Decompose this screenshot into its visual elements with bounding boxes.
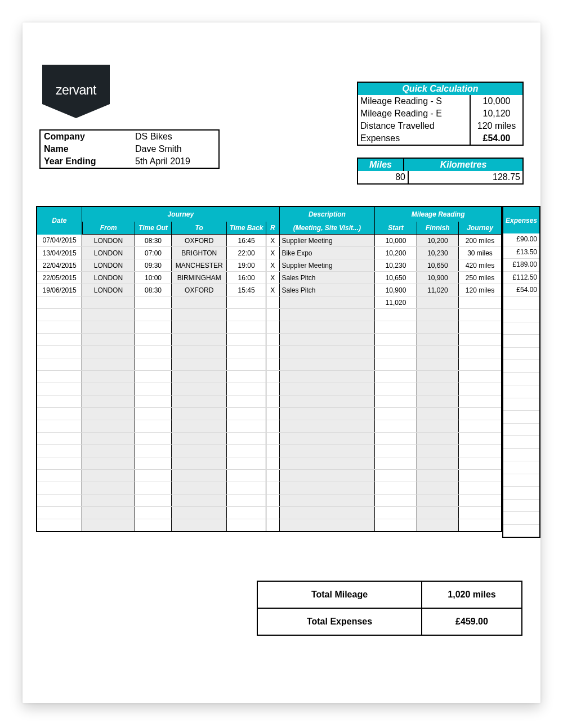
table-cell	[458, 420, 502, 433]
table-cell	[227, 507, 266, 519]
table-cell	[458, 334, 502, 346]
table-cell: X	[266, 235, 279, 247]
table-cell	[172, 470, 227, 482]
table-cell: 08:30	[135, 284, 172, 296]
table-row	[37, 346, 502, 358]
table-cell	[266, 334, 279, 346]
table-cell	[266, 346, 279, 358]
table-cell	[279, 495, 375, 507]
table-cell	[375, 420, 417, 433]
table-cell: 19/06/2015	[37, 284, 82, 296]
table-cell	[82, 507, 135, 519]
table-row	[37, 482, 502, 495]
table-cell: 07/04/2015	[37, 235, 82, 247]
expense-cell: .	[503, 500, 539, 513]
table-cell	[458, 519, 502, 532]
table-cell: 10:00	[135, 272, 172, 284]
table-cell: 10,650	[417, 259, 458, 272]
table-cell	[266, 507, 279, 519]
table-cell	[417, 334, 458, 346]
col-finnish: Finnish	[417, 222, 458, 235]
table-cell	[172, 383, 227, 396]
expense-cell: .	[503, 474, 539, 487]
expense-cell: £54.00	[503, 284, 539, 297]
table-cell	[172, 408, 227, 420]
table-cell	[458, 321, 502, 334]
table-cell: 420 miles	[458, 259, 502, 272]
table-cell	[227, 346, 266, 358]
table-row: 22/05/2015LONDON10:00BIRMINGHAM16:00XSal…	[37, 272, 502, 284]
kilometres-header: Kilometres	[403, 159, 522, 171]
journey-table: Date Journey Description Mileage Reading…	[36, 206, 502, 532]
expense-cell: .	[503, 398, 539, 411]
table-cell	[37, 309, 82, 321]
table-cell	[266, 296, 279, 309]
table-cell	[135, 519, 172, 532]
table-cell	[375, 371, 417, 383]
table-cell	[375, 507, 417, 519]
table-cell: MANCHESTER	[172, 259, 227, 272]
table-cell	[135, 408, 172, 420]
table-cell	[266, 433, 279, 445]
table-row: 07/04/2015LONDON08:30OXFORD16:45XSupplie…	[37, 235, 502, 247]
table-cell	[82, 482, 135, 495]
table-cell	[458, 358, 502, 371]
table-cell	[37, 457, 82, 470]
table-cell: 11,020	[417, 284, 458, 296]
table-cell	[172, 445, 227, 457]
table-cell: X	[266, 284, 279, 296]
table-cell	[458, 371, 502, 383]
mileage-end-value: 10,120	[470, 107, 522, 120]
table-cell	[375, 519, 417, 532]
table-cell: LONDON	[82, 259, 135, 272]
table-row	[37, 383, 502, 396]
table-cell	[266, 408, 279, 420]
table-cell	[227, 457, 266, 470]
table-cell: 10,000	[375, 235, 417, 247]
name-value: Dave Smith	[132, 143, 218, 155]
expense-cell: .	[503, 348, 539, 361]
table-cell	[172, 309, 227, 321]
table-cell	[279, 408, 375, 420]
table-cell: 15:45	[227, 284, 266, 296]
company-value: DS Bikes	[132, 131, 218, 143]
table-cell	[227, 433, 266, 445]
table-cell	[227, 334, 266, 346]
table-cell	[135, 309, 172, 321]
table-cell: 120 miles	[458, 284, 502, 296]
expense-cell: .	[503, 322, 539, 335]
table-cell	[37, 470, 82, 482]
table-cell	[279, 296, 375, 309]
table-cell	[37, 334, 82, 346]
table-cell	[279, 519, 375, 532]
table-cell	[135, 334, 172, 346]
table-cell	[227, 408, 266, 420]
table-cell: 22/05/2015	[37, 272, 82, 284]
table-cell	[417, 296, 458, 309]
table-row	[37, 470, 502, 482]
table-row: 13/04/2015LONDON07:00BRIGHTON22:00XBike …	[37, 247, 502, 259]
table-cell	[37, 383, 82, 396]
table-cell	[458, 482, 502, 495]
table-cell	[135, 470, 172, 482]
table-cell	[82, 346, 135, 358]
table-cell	[135, 296, 172, 309]
table-row	[37, 445, 502, 457]
table-cell	[266, 371, 279, 383]
table-cell: LONDON	[82, 235, 135, 247]
table-cell: 13/04/2015	[37, 247, 82, 259]
table-cell	[458, 445, 502, 457]
table-row	[37, 495, 502, 507]
total-mileage-label: Total Mileage	[258, 590, 421, 600]
table-row	[37, 457, 502, 470]
table-cell	[458, 346, 502, 358]
table-cell	[279, 396, 375, 408]
table-cell	[417, 358, 458, 371]
col-start: Start	[375, 222, 417, 235]
table-cell	[37, 420, 82, 433]
table-cell	[172, 346, 227, 358]
table-cell	[82, 396, 135, 408]
table-cell	[37, 445, 82, 457]
col-date: Date	[37, 206, 82, 235]
table-cell	[417, 420, 458, 433]
